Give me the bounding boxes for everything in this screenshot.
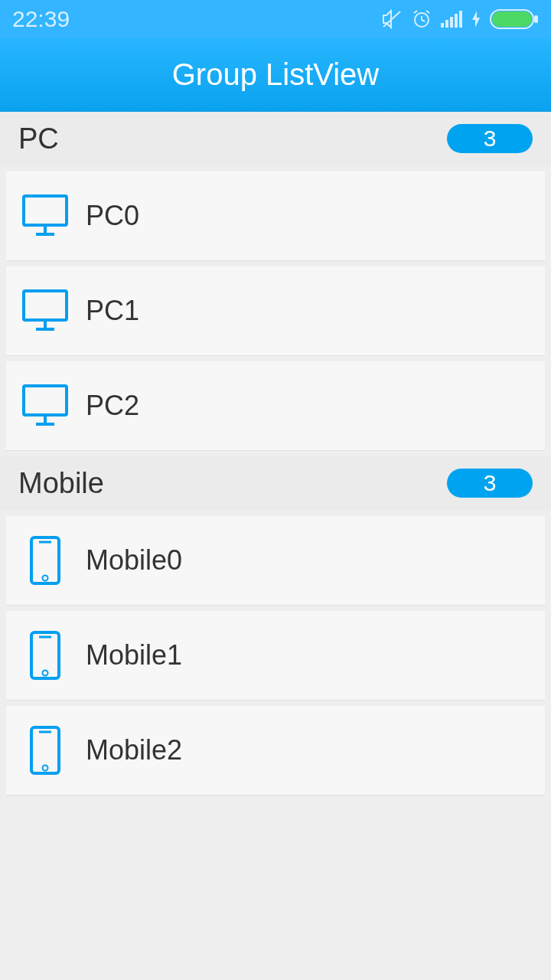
battery-icon — [490, 9, 539, 29]
svg-rect-8 — [459, 11, 462, 28]
svg-rect-21 — [31, 537, 59, 583]
svg-rect-27 — [31, 727, 59, 773]
svg-point-29 — [43, 766, 48, 771]
item-label: PC0 — [86, 200, 139, 232]
list-item-mobile0[interactable]: Mobile0 — [6, 516, 545, 605]
svg-point-26 — [43, 671, 48, 676]
item-label: PC1 — [86, 295, 139, 327]
list-item-pc1[interactable]: PC1 — [6, 266, 545, 355]
item-label: Mobile2 — [86, 734, 182, 766]
signal-icon — [441, 11, 462, 28]
list-item-mobile2[interactable]: Mobile2 — [6, 706, 545, 795]
phone-icon — [18, 726, 72, 775]
phone-icon — [18, 631, 72, 680]
alarm-icon — [412, 9, 432, 29]
list-item-pc2[interactable]: PC2 — [6, 361, 545, 450]
item-label: Mobile0 — [86, 544, 182, 577]
mute-icon — [381, 9, 403, 29]
charging-icon — [471, 11, 481, 28]
status-bar: 22:39 — [0, 0, 551, 38]
list-content: PC 3 PC0 PC1 — [0, 112, 551, 795]
status-time: 22:39 — [12, 6, 70, 32]
count-badge: 3 — [447, 469, 533, 498]
section-header-mobile[interactable]: Mobile 3 — [0, 456, 551, 510]
app-bar: Group ListView — [0, 38, 551, 112]
app-title: Group ListView — [172, 57, 380, 92]
svg-point-23 — [43, 576, 48, 581]
phone-icon — [18, 536, 72, 585]
svg-rect-12 — [24, 196, 67, 225]
svg-rect-24 — [31, 632, 59, 678]
svg-rect-7 — [455, 14, 458, 28]
section-label: PC — [18, 122, 447, 155]
svg-rect-6 — [450, 17, 453, 28]
monitor-icon — [18, 384, 72, 427]
svg-line-3 — [426, 11, 429, 13]
monitor-icon — [18, 194, 72, 237]
svg-line-2 — [414, 11, 417, 13]
svg-rect-10 — [492, 11, 532, 27]
count-badge: 3 — [447, 124, 533, 153]
svg-rect-11 — [534, 15, 538, 23]
status-icons — [381, 9, 539, 29]
monitor-icon — [18, 289, 72, 332]
section-label: Mobile — [18, 467, 447, 500]
item-label: Mobile1 — [86, 639, 182, 671]
item-label: PC2 — [86, 390, 139, 422]
list-item-pc0[interactable]: PC0 — [6, 172, 545, 260]
svg-rect-5 — [445, 20, 448, 28]
section-header-pc[interactable]: PC 3 — [0, 112, 551, 165]
svg-rect-18 — [24, 386, 67, 415]
svg-rect-4 — [441, 23, 444, 28]
list-item-mobile1[interactable]: Mobile1 — [6, 611, 545, 700]
svg-rect-15 — [24, 291, 67, 320]
